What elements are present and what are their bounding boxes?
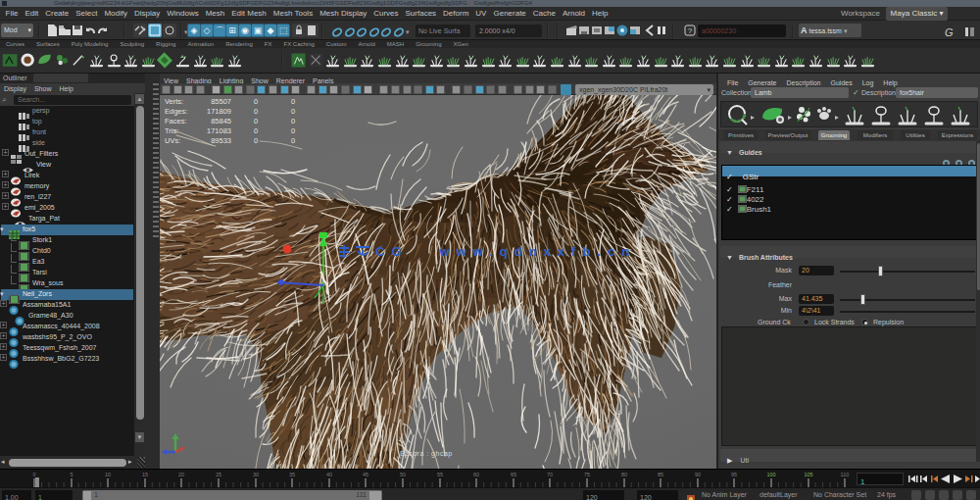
svg-text:60: 60 xyxy=(473,472,479,477)
svg-text:110: 110 xyxy=(841,472,850,477)
svg-text:105: 105 xyxy=(804,472,812,477)
svg-text:100: 100 xyxy=(766,472,775,477)
svg-text:45: 45 xyxy=(363,472,368,477)
svg-text:15: 15 xyxy=(142,472,148,477)
svg-text:90: 90 xyxy=(695,472,701,477)
svg-text:30: 30 xyxy=(253,472,259,477)
svg-text:?: ? xyxy=(688,26,693,35)
svg-text:25: 25 xyxy=(216,472,221,477)
svg-text:95: 95 xyxy=(731,472,737,477)
svg-text:G: G xyxy=(945,26,954,38)
svg-text:40: 40 xyxy=(326,472,332,477)
svg-text:50: 50 xyxy=(400,472,406,477)
svg-text:10: 10 xyxy=(105,472,111,477)
svg-text:70: 70 xyxy=(547,472,553,477)
svg-text:20: 20 xyxy=(178,472,184,477)
svg-text:85: 85 xyxy=(658,472,663,477)
svg-text:0: 0 xyxy=(32,472,35,477)
svg-text:65: 65 xyxy=(511,472,516,477)
svg-text:80: 80 xyxy=(621,472,627,477)
svg-text:55: 55 xyxy=(437,472,443,477)
svg-text:75: 75 xyxy=(584,472,590,477)
svg-text:35: 35 xyxy=(289,472,295,477)
svg-text:5: 5 xyxy=(70,472,73,477)
